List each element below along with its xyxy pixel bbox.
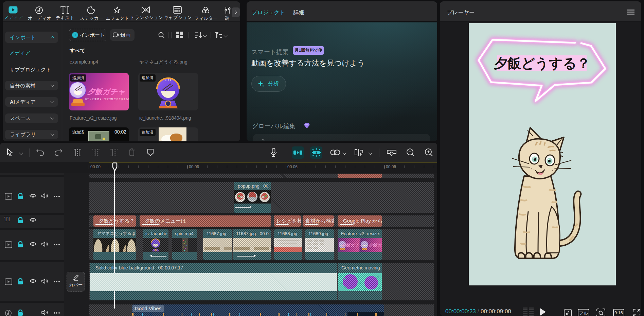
svg-text:夕飯ガ: 夕飯ガ (368, 243, 382, 248)
svg-text:夕飯どうする？: 夕飯どうする？ (494, 56, 590, 71)
svg-text:ガチャと食材タップで夕飯がすぐ決まる!: ガチャと食材タップで夕飯がすぐ決まる! (85, 98, 129, 101)
svg-text:夕飯ガチャ: 夕飯ガチャ (87, 87, 125, 96)
svg-text:夕飯ガチャ: 夕飯ガチャ (341, 243, 364, 248)
